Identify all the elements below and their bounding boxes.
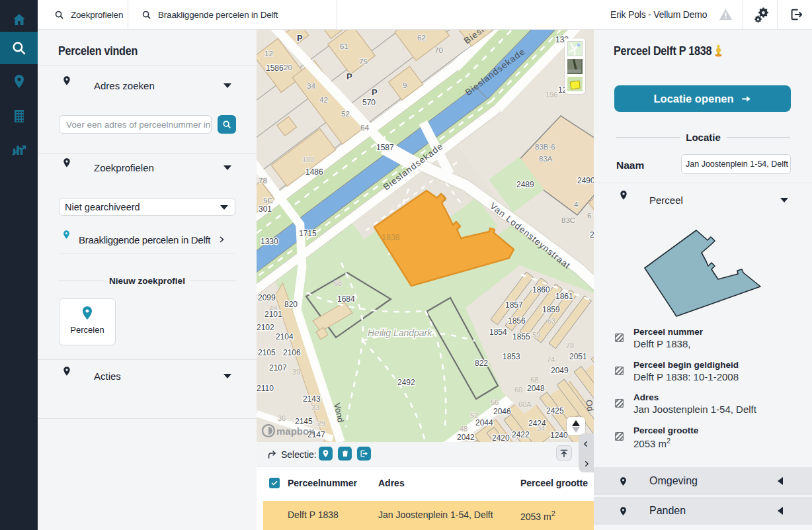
svg-text:2106: 2106 — [283, 348, 301, 357]
svg-text:2492: 2492 — [397, 378, 415, 387]
svg-text:2102: 2102 — [257, 323, 274, 332]
svg-text:570: 570 — [362, 98, 376, 107]
svg-text:P: P — [297, 33, 303, 43]
svg-text:78: 78 — [566, 341, 574, 349]
svg-text:1240: 1240 — [550, 431, 568, 440]
svg-text:68: 68 — [530, 376, 538, 384]
svg-text:2107: 2107 — [269, 363, 287, 373]
svg-text:63: 63 — [548, 317, 555, 325]
svg-text:2489: 2489 — [516, 180, 534, 189]
svg-text:29: 29 — [317, 420, 325, 427]
svg-text:70: 70 — [434, 46, 443, 54]
svg-text:1861: 1861 — [555, 292, 573, 301]
svg-text:20: 20 — [284, 64, 292, 71]
svg-text:180: 180 — [302, 155, 314, 163]
svg-text:60A: 60A — [518, 400, 532, 408]
svg-text:mapbox: mapbox — [276, 425, 315, 437]
svg-text:6: 6 — [587, 212, 591, 220]
svg-text:2420: 2420 — [492, 433, 510, 442]
svg-text:5C: 5C — [263, 197, 273, 204]
svg-text:2110: 2110 — [257, 384, 274, 393]
svg-text:1853: 1853 — [503, 352, 520, 361]
svg-text:36: 36 — [278, 414, 286, 422]
svg-text:83C: 83C — [561, 216, 575, 224]
svg-text:196: 196 — [546, 91, 557, 99]
svg-text:62: 62 — [417, 34, 426, 42]
svg-text:1854: 1854 — [489, 328, 507, 337]
svg-text:42: 42 — [319, 96, 328, 104]
svg-text:78: 78 — [259, 177, 267, 185]
svg-text:2099: 2099 — [258, 293, 276, 302]
svg-text:820: 820 — [284, 300, 298, 309]
svg-text:822: 822 — [475, 359, 488, 368]
svg-text:83B-6: 83B-6 — [535, 143, 555, 151]
svg-text:1838: 1838 — [382, 233, 400, 242]
svg-text:4: 4 — [574, 200, 579, 208]
svg-text:2490: 2490 — [577, 176, 594, 185]
svg-text:1684: 1684 — [337, 294, 355, 304]
svg-text:Heilig Landpark: Heilig Landpark — [368, 328, 432, 338]
svg-text:1856: 1856 — [508, 316, 526, 326]
svg-text:52: 52 — [341, 110, 350, 118]
svg-text:P: P — [346, 71, 352, 81]
svg-text:2042: 2042 — [457, 433, 475, 442]
svg-text:59: 59 — [532, 331, 540, 339]
svg-text:1587: 1587 — [376, 143, 394, 152]
svg-text:48: 48 — [460, 425, 467, 433]
svg-text:61: 61 — [340, 42, 348, 50]
svg-text:12: 12 — [264, 50, 273, 58]
svg-text:1: 1 — [442, 194, 446, 203]
svg-text:1855: 1855 — [512, 332, 530, 341]
svg-text:9: 9 — [403, 81, 407, 89]
svg-text:33: 33 — [311, 404, 319, 412]
svg-text:1715: 1715 — [299, 229, 317, 238]
svg-text:39: 39 — [292, 368, 300, 376]
svg-text:64: 64 — [360, 124, 369, 132]
svg-text:2046: 2046 — [493, 407, 511, 416]
svg-text:74: 74 — [547, 355, 555, 363]
svg-text:2145: 2145 — [295, 417, 313, 426]
svg-text:2422: 2422 — [512, 430, 530, 439]
svg-text:1586: 1586 — [266, 64, 284, 73]
svg-text:2425: 2425 — [546, 406, 564, 416]
svg-text:1860: 1860 — [532, 285, 550, 294]
svg-text:1857: 1857 — [505, 300, 523, 310]
svg-text:P: P — [372, 87, 378, 97]
svg-text:301: 301 — [259, 204, 272, 214]
svg-text:75: 75 — [359, 58, 368, 66]
svg-text:2101: 2101 — [264, 310, 282, 319]
svg-text:2044: 2044 — [475, 418, 493, 427]
svg-text:2105: 2105 — [258, 348, 276, 357]
svg-text:2143: 2143 — [303, 394, 321, 404]
svg-text:60: 60 — [514, 386, 522, 394]
svg-text:56: 56 — [491, 398, 499, 406]
svg-text:1859: 1859 — [542, 305, 560, 314]
svg-text:2104: 2104 — [276, 332, 294, 341]
svg-text:1330: 1330 — [261, 237, 278, 246]
svg-text:83A: 83A — [539, 155, 553, 163]
svg-text:2049: 2049 — [551, 366, 569, 375]
svg-text:68: 68 — [334, 279, 342, 287]
svg-text:2048: 2048 — [527, 384, 545, 393]
svg-text:2051: 2051 — [569, 352, 587, 361]
svg-text:1486: 1486 — [305, 167, 323, 177]
svg-text:34: 34 — [537, 424, 545, 432]
svg-text:34: 34 — [307, 82, 315, 90]
